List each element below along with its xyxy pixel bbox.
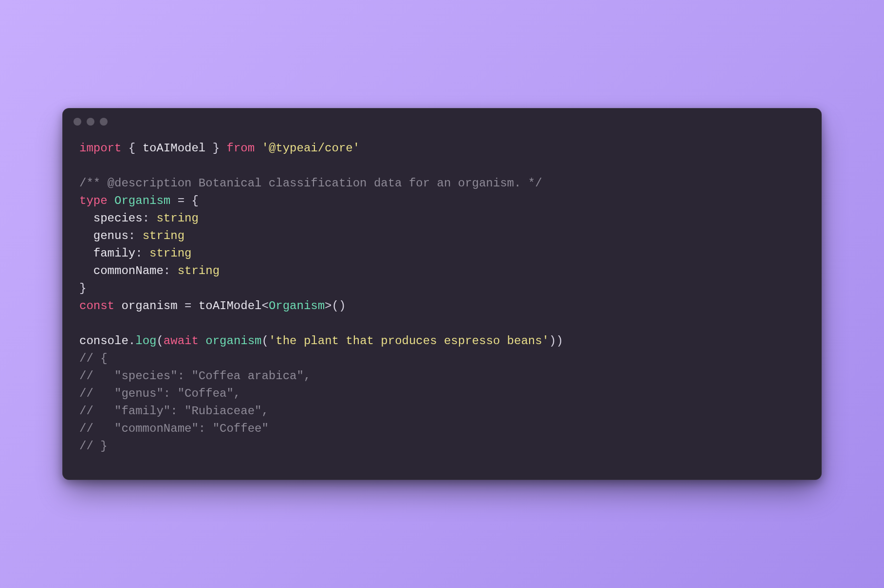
token-type: Organism xyxy=(269,299,325,312)
code-line: commonName: string xyxy=(79,262,805,280)
token-punct: )) xyxy=(549,334,563,348)
token-keyword: import xyxy=(79,142,121,155)
token-punct: } xyxy=(79,282,86,295)
code-line: species: string xyxy=(79,210,805,227)
token-punct xyxy=(79,229,93,242)
traffic-light-zoom-icon[interactable] xyxy=(100,118,108,126)
token-punct: ( xyxy=(156,334,163,348)
token-type: Organism xyxy=(114,194,170,207)
token-punct: . xyxy=(129,334,135,348)
token-string: string xyxy=(178,264,220,277)
code-line: family: string xyxy=(79,245,805,262)
token-punct xyxy=(199,334,205,348)
code-line: } xyxy=(79,280,805,297)
token-ident: toAIModel xyxy=(199,299,262,312)
token-comment: /** @description Botanical classificatio… xyxy=(79,177,542,190)
token-ident: family xyxy=(93,247,135,260)
code-line: // "genus": "Coffea", xyxy=(79,385,805,403)
token-punct: ( xyxy=(262,334,269,348)
traffic-light-close-icon[interactable] xyxy=(74,118,81,126)
token-keyword: type xyxy=(79,194,108,207)
token-comment: // "genus": "Coffea", xyxy=(79,387,240,400)
code-block: import { toAIModel } from '@typeai/core'… xyxy=(63,135,821,479)
token-string: 'the plant that produces espresso beans' xyxy=(269,334,549,348)
token-comment: // { xyxy=(79,352,108,365)
token-punct: { xyxy=(121,142,142,155)
token-string: string xyxy=(149,247,191,260)
token-string: string xyxy=(156,212,198,225)
token-string: string xyxy=(143,229,184,242)
code-window: import { toAIModel } from '@typeai/core'… xyxy=(62,108,822,480)
code-line: /** @description Botanical classificatio… xyxy=(79,175,805,192)
token-punct: = { xyxy=(170,194,199,207)
token-type: organism xyxy=(205,334,261,348)
token-punct xyxy=(79,212,93,225)
token-comment: // "species": "Coffea arabica", xyxy=(79,369,311,383)
token-ident: species xyxy=(93,212,143,225)
traffic-light-minimize-icon[interactable] xyxy=(87,118,94,126)
code-line: // "species": "Coffea arabica", xyxy=(79,368,805,385)
token-string: '@typeai/core' xyxy=(262,142,360,155)
code-line: const organism = toAIModel<Organism>() xyxy=(79,297,805,315)
token-punct: } xyxy=(205,142,226,155)
code-line: // } xyxy=(79,438,805,455)
token-punct xyxy=(114,299,121,312)
token-ident: genus xyxy=(93,229,129,242)
token-keyword: await xyxy=(164,334,199,348)
token-ident: commonName xyxy=(93,264,164,277)
token-punct xyxy=(255,142,261,155)
token-comment: // "commonName": "Coffee" xyxy=(79,422,269,435)
token-ident: organism xyxy=(121,299,177,312)
code-line: type Organism = { xyxy=(79,192,805,210)
token-keyword: from xyxy=(226,142,255,155)
token-member: log xyxy=(135,334,156,348)
token-punct: : xyxy=(129,229,143,242)
token-comment: // } xyxy=(79,440,108,453)
code-line: genus: string xyxy=(79,227,805,245)
token-punct xyxy=(79,264,93,277)
code-line: // "family": "Rubiaceae", xyxy=(79,403,805,420)
code-line: console.log(await organism('the plant th… xyxy=(79,332,805,350)
token-punct xyxy=(79,247,93,260)
token-keyword: const xyxy=(79,299,114,312)
token-ident: console xyxy=(79,334,129,348)
token-punct xyxy=(108,194,114,207)
code-line xyxy=(79,315,805,332)
token-punct: < xyxy=(261,299,268,312)
code-line: // "commonName": "Coffee" xyxy=(79,420,805,438)
token-comment: // "family": "Rubiaceae", xyxy=(79,404,269,418)
token-punct: >() xyxy=(325,299,346,312)
code-line: import { toAIModel } from '@typeai/core' xyxy=(79,140,805,157)
window-titlebar xyxy=(63,109,821,135)
token-ident: toAIModel xyxy=(143,142,206,155)
token-punct: = xyxy=(178,299,199,312)
token-punct: : xyxy=(143,212,157,225)
token-punct: : xyxy=(164,264,178,277)
code-line xyxy=(79,157,805,175)
code-line: // { xyxy=(79,350,805,368)
token-punct: : xyxy=(135,247,149,260)
